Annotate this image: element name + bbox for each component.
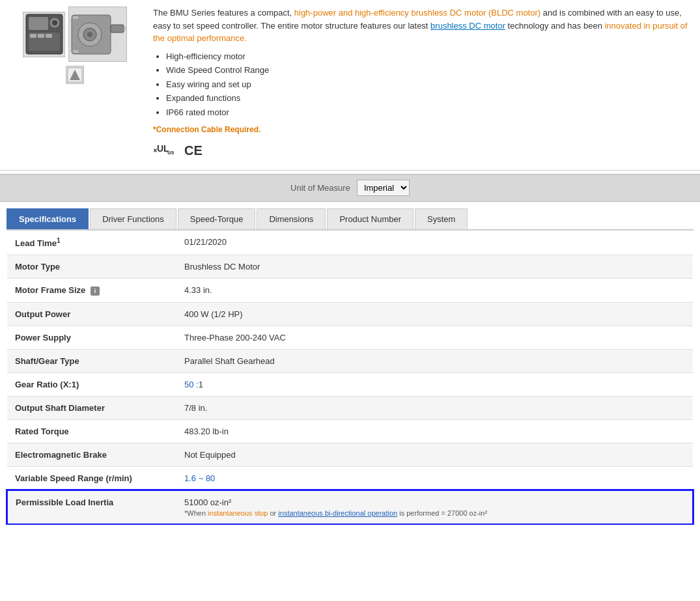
spec-label: Lead Time1 — [7, 231, 176, 255]
svg-point-4 — [52, 20, 57, 25]
gear-ratio-normal: 1 — [199, 380, 203, 389]
table-row: Power Supply Three-Phase 200-240 VAC — [7, 326, 693, 350]
feature-item: IP66 rated motor — [166, 106, 690, 119]
top-section: The BMU Series features a compact, high-… — [0, 0, 700, 167]
spec-value: Parallel Shaft Gearhead — [176, 350, 693, 373]
spec-value: Not Equipped — [176, 443, 693, 467]
tab-system[interactable]: System — [415, 208, 468, 229]
unit-measure-select[interactable]: Imperial Metric — [357, 180, 410, 196]
spec-value: 50 :1 — [176, 373, 693, 397]
tabs-container: Specifications Driver Functions Speed-To… — [7, 208, 693, 231]
product-main-images — [23, 7, 127, 62]
specs-table: Lead Time1 01/21/2020 Motor Type Brushle… — [7, 231, 693, 525]
ce-cert: CE — [184, 141, 203, 160]
svg-rect-9 — [111, 25, 124, 33]
tab-dimensions[interactable]: Dimensions — [257, 208, 326, 229]
spec-label: Permissible Load Inertia — [7, 490, 176, 524]
ul-cert: ₓ UL us — [153, 141, 179, 160]
svg-rect-15 — [73, 50, 78, 53]
feature-item: High-efficiency motor — [166, 50, 690, 63]
spec-label: Output Shaft Diameter — [7, 397, 176, 420]
svg-rect-7 — [46, 34, 52, 38]
controller-image — [23, 12, 65, 57]
svg-rect-6 — [38, 34, 44, 38]
spec-label: Gear Ratio (X:1) — [7, 373, 176, 397]
svg-text:us: us — [167, 149, 175, 156]
table-row: Lead Time1 01/21/2020 — [7, 231, 693, 255]
table-row: Rated Torque 483.20 lb-in — [7, 420, 693, 443]
section-divider — [0, 170, 700, 171]
feature-item: Easy wiring and set up — [166, 78, 690, 91]
table-row: Variable Speed Range (r/min) 1.6 ~ 80 — [7, 467, 693, 491]
spec-value: 51000 oz-in² *When instantaneous stop or… — [176, 490, 693, 524]
motor-image — [68, 7, 127, 62]
frame-size-info-icon[interactable]: i — [91, 287, 100, 296]
spec-value: 4.33 in. — [176, 279, 693, 303]
small-image[interactable] — [66, 66, 84, 84]
tab-driver-functions[interactable]: Driver Functions — [90, 208, 176, 229]
table-row: Shaft/Gear Type Parallel Shaft Gearhead — [7, 350, 693, 373]
svg-rect-5 — [30, 34, 36, 38]
gear-ratio-blue: 50 : — [184, 380, 199, 389]
product-description: The BMU Series features a compact, high-… — [153, 7, 690, 160]
spec-value: Three-Phase 200-240 VAC — [176, 326, 693, 350]
product-images — [10, 7, 140, 84]
spec-label: Motor Frame Size i — [7, 279, 176, 303]
spec-label: Electromagnetic Brake — [7, 443, 176, 467]
tab-product-number[interactable]: Product Number — [327, 208, 413, 229]
spec-value: 400 W (1/2 HP) — [176, 303, 693, 326]
table-row: Gear Ratio (X:1) 50 :1 — [7, 373, 693, 397]
spec-value: 01/21/2020 — [176, 231, 693, 255]
feature-item: Wide Speed Control Range — [166, 64, 690, 77]
tab-specifications[interactable]: Specifications — [7, 208, 89, 229]
spec-value: 7/8 in. — [176, 397, 693, 420]
table-row: Output Shaft Diameter 7/8 in. — [7, 397, 693, 420]
spec-label: Output Power — [7, 303, 176, 326]
svg-rect-1 — [29, 17, 48, 30]
feature-list: High-efficiency motor Wide Speed Control… — [166, 50, 690, 119]
spec-label: Shaft/Gear Type — [7, 350, 176, 373]
connection-note: *Connection Cable Required. — [153, 124, 690, 135]
svg-point-13 — [87, 32, 92, 37]
table-row: Motor Frame Size i 4.33 in. — [7, 279, 693, 303]
spec-label: Variable Speed Range (r/min) — [7, 467, 176, 491]
unit-measure-label: Unit of Measure — [290, 183, 350, 193]
feature-item: Expanded functions — [166, 92, 690, 105]
certifications: ₓ UL us CE — [153, 141, 690, 160]
description-text: The BMU Series features a compact, high-… — [153, 7, 690, 45]
tab-speed-torque[interactable]: Speed-Torque — [178, 208, 256, 229]
table-row-highlighted: Permissible Load Inertia 51000 oz-in² *W… — [7, 490, 693, 524]
svg-rect-14 — [73, 16, 78, 19]
table-row: Electromagnetic Brake Not Equipped — [7, 443, 693, 467]
superscript: 1 — [57, 237, 61, 244]
spec-value: Brushless DC Motor — [176, 255, 693, 279]
table-row: Output Power 400 W (1/2 HP) — [7, 303, 693, 326]
svg-rect-10 — [124, 27, 126, 31]
table-row: Motor Type Brushless DC Motor — [7, 255, 693, 279]
permissible-note: *When instantaneous stop or instantaneou… — [184, 509, 684, 517]
spec-label: Rated Torque — [7, 420, 176, 443]
spec-label: Power Supply — [7, 326, 176, 350]
spec-label: Motor Type — [7, 255, 176, 279]
permissible-value: 51000 oz-in² — [184, 497, 684, 507]
unit-measure-bar: Unit of Measure Imperial Metric — [0, 174, 700, 202]
var-speed-value: 1.6 ~ 80 — [184, 473, 215, 483]
spec-value: 483.20 lb-in — [176, 420, 693, 443]
spec-value: 1.6 ~ 80 — [176, 467, 693, 491]
